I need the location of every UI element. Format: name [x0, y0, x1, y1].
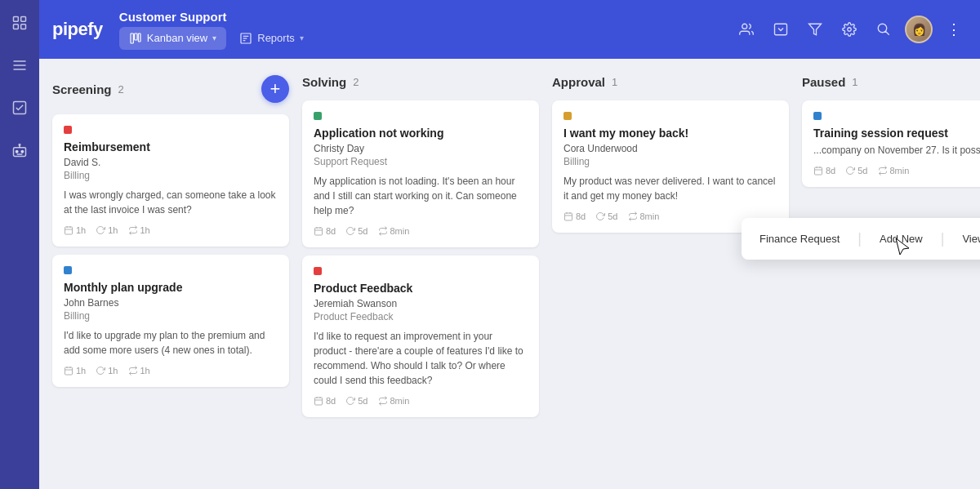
meta-refresh: 1h [96, 366, 118, 376]
tab-reports[interactable]: Reports ▾ [229, 27, 314, 50]
card-monthly-upgrade[interactable]: Monthly plan upgrade John Barnes Billing… [52, 255, 289, 387]
meta-refresh: 5d [595, 211, 617, 221]
meta-refresh: 1h [96, 225, 118, 235]
svg-rect-32 [315, 228, 323, 235]
meta-time: 8d [314, 226, 336, 236]
meta-time: 1h [64, 366, 86, 376]
svg-rect-24 [65, 227, 73, 234]
priority-indicator [64, 266, 72, 274]
card-app-not-working[interactable]: Application not working Christy Day Supp… [302, 100, 539, 247]
svg-rect-3 [21, 24, 26, 29]
tab-kanban[interactable]: Kanban view ▾ [119, 27, 226, 50]
card-training-request[interactable]: Training session request ...company on N… [802, 100, 980, 187]
topnav: pipefy Customer Support Kanban view ▾ Re… [39, 0, 980, 59]
card-money-back[interactable]: I want my money back! Cora Underwood Bil… [552, 100, 789, 233]
tooltip-add-new[interactable]: Add New [875, 229, 928, 248]
card-description: ...company on November 27. Is it possibl… [813, 143, 980, 158]
search-action-btn[interactable] [871, 16, 897, 42]
svg-marker-22 [809, 24, 822, 35]
column-count-screening: 2 [118, 83, 124, 96]
card-description: I'd like to upgrade my plan to the premi… [64, 328, 278, 358]
settings-action-btn[interactable] [836, 16, 862, 42]
meta-sync-value: 1h [140, 366, 150, 376]
users-action-btn[interactable] [733, 16, 760, 42]
sidebar-icon-checkbox[interactable] [7, 95, 33, 121]
card-reimbursement[interactable]: Reimbursement David S. Billing I was wro… [52, 114, 289, 247]
tooltip-popup: Finance Request | Add New | View All [742, 218, 980, 260]
meta-sync: 8min [628, 211, 660, 221]
column-count-approval: 1 [612, 76, 617, 88]
filter-action-btn[interactable] [802, 16, 828, 42]
card-title: Training session request [813, 127, 980, 140]
svg-rect-21 [775, 24, 787, 35]
svg-rect-1 [21, 17, 26, 22]
add-card-screening[interactable]: + [261, 75, 289, 103]
svg-point-9 [19, 144, 20, 146]
card-meta: 1h 1h 1h [64, 225, 278, 235]
priority-indicator [813, 112, 822, 120]
main-area: pipefy Customer Support Kanban view ▾ Re… [39, 0, 980, 489]
svg-rect-2 [14, 24, 19, 29]
tooltip-finance-request[interactable]: Finance Request [755, 229, 844, 248]
column-screening: Screening 2 + Reimbursement David S. Bil… [52, 72, 289, 476]
card-category: Billing [64, 310, 278, 322]
card-category: Billing [64, 170, 278, 181]
sidebar-icon-robot[interactable] [7, 137, 33, 163]
more-action-btn[interactable]: ⋮ [941, 16, 967, 42]
priority-indicator [314, 112, 322, 120]
card-category: Billing [564, 156, 777, 167]
avatar[interactable]: 👩 [905, 16, 933, 43]
svg-rect-0 [14, 17, 19, 22]
meta-sync-value: 1h [140, 225, 150, 235]
tooltip-separator: | [858, 230, 862, 247]
meta-sync: 8min [878, 166, 910, 176]
svg-rect-40 [565, 213, 572, 220]
card-meta: 8d 5d 8min [314, 396, 528, 406]
reports-dropdown-arrow: ▾ [300, 33, 304, 42]
meta-refresh-value: 5d [858, 166, 867, 176]
card-meta: 1h 1h 1h [64, 366, 278, 376]
column-title-group: Solving 2 [302, 75, 359, 89]
column-title-group: Approval 1 [552, 75, 617, 89]
card-meta: 8d 5d 8min [314, 226, 528, 236]
card-product-feedback[interactable]: Product Feedback Jeremiah Swanson Produc… [302, 256, 539, 417]
card-author: David S. [64, 157, 278, 168]
card-meta: 8d 5d 8min [813, 166, 980, 176]
column-title-paused: Paused [802, 75, 845, 89]
card-title: Application not working [314, 127, 528, 140]
svg-rect-14 [134, 33, 136, 40]
card-category: Product Feedback [314, 311, 528, 322]
tab-reports-label: Reports [257, 32, 295, 44]
card-description: My application is not loading. It's been… [314, 174, 528, 218]
meta-sync-value: 8min [390, 396, 410, 406]
svg-point-11 [21, 150, 24, 153]
meta-sync: 8min [378, 226, 410, 236]
meta-refresh: 5d [345, 226, 368, 236]
svg-point-20 [742, 24, 747, 29]
column-solving: Solving 2 Application not working Christ… [302, 72, 539, 476]
card-author: Jeremiah Swanson [314, 298, 528, 309]
meta-sync-value: 8min [390, 226, 410, 236]
column-approval: Approval 1 I want my money back! Cora Un… [552, 72, 789, 476]
column-title-screening: Screening [52, 82, 112, 96]
logo: pipefy [52, 19, 103, 40]
column-count-paused: 1 [852, 76, 858, 88]
tooltip-view-all[interactable]: View All [957, 229, 980, 248]
svg-point-10 [16, 150, 18, 153]
nav-actions: 👩 ⋮ [733, 16, 967, 43]
sidebar-icon-grid[interactable] [7, 10, 33, 36]
nav-section: Customer Support Kanban view ▾ Reports ▾ [119, 10, 733, 50]
card-category: Support Request [314, 156, 528, 167]
meta-time: 8d [314, 396, 336, 406]
sidebar [0, 0, 39, 489]
svg-rect-28 [65, 367, 73, 375]
column-header-screening: Screening 2 + [52, 72, 289, 106]
priority-indicator [564, 112, 572, 120]
meta-time: 8d [564, 211, 586, 221]
sidebar-icon-list[interactable] [7, 52, 33, 78]
meta-refresh: 5d [845, 166, 867, 176]
share-action-btn[interactable] [768, 16, 794, 42]
card-title: I want my money back! [564, 127, 777, 140]
meta-time-value: 1h [76, 225, 86, 235]
svg-rect-36 [315, 398, 323, 405]
